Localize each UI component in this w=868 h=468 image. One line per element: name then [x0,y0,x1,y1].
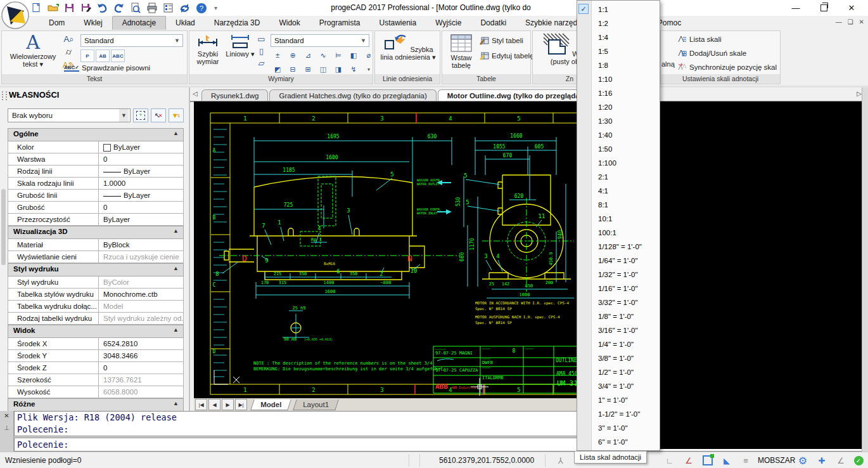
scale-option[interactable]: ✓ 1-1/2" = 1'-0" [577,407,660,421]
coordinates-readout[interactable]: 5610.2379,201.7552,0.0000 [439,456,534,465]
scale-option[interactable]: ✓ 1:10 [577,72,660,86]
scale-option[interactable]: ✓ 3/4" = 1'-0" [577,379,660,393]
dynamic-input-icon[interactable]: ∠ [833,454,849,467]
add-scale-icon[interactable]: ✚ [814,454,830,467]
minimize-button[interactable]: — [782,1,810,14]
select-objects-button[interactable]: ↖✕ [151,108,166,122]
dim-tool-icon[interactable]: ± [271,49,284,62]
section-header[interactable]: Wizualizacja 3D▲ [8,226,184,239]
mdi-restore-icon[interactable]: ❏ [848,18,853,25]
section-header[interactable]: Widok▲ [8,325,184,338]
scale-option[interactable]: ✓ 1:1 [577,3,660,16]
tab-scroll-left-icon[interactable]: ◁ [193,90,198,97]
scale-option[interactable]: ✓ 3/16" = 1'-0" [577,323,660,337]
scale-option[interactable]: ✓ 1:16 [577,86,660,100]
scale-option[interactable]: ✓ 1/64" = 1'-0" [577,254,660,268]
scale-option[interactable]: ✓ 6" = 1'-0" [577,435,660,449]
scale-option[interactable]: ✓ 1:4 [577,30,660,44]
scale-option[interactable]: ✓ 2:1 [577,170,660,184]
property-row[interactable]: Środek X6524.2810 [8,338,184,350]
open-file-icon[interactable] [47,2,59,14]
layout-tab[interactable]: Model [250,400,291,410]
dim-tool-icon[interactable]: ⊕ [286,49,300,62]
document-tab[interactable]: Rysunek1.dwg [201,89,268,101]
property-row[interactable]: Wysokość6058.8000 [8,386,184,398]
binoculars-icon[interactable]: ⌭ [63,46,75,58]
scale-option[interactable]: ✓ 1/4" = 1'-0" [577,337,660,351]
lineweight-icon[interactable]: ≡ [737,454,754,467]
scale-option[interactable]: ✓ 1:20 [577,100,660,114]
layout-tab[interactable]: Layout1 [293,400,338,410]
multiline-text-button[interactable]: A Wielowierzowy tekst ▾ [6,32,60,68]
ribbon-tab[interactable]: Układ [166,16,205,30]
restore-button[interactable] [810,1,838,14]
quick-select-button[interactable]: + [133,108,148,122]
scale-list-button[interactable]: Lista skali [677,35,722,43]
document-tab[interactable]: Gradient Hatches.dwg (tylko do przegląda… [269,89,436,101]
scale-option[interactable]: ✓ 1:5 [577,44,660,58]
mdi-close-icon[interactable]: ✕ [859,18,864,25]
dim-tool-icon[interactable]: ⊿ [301,49,315,62]
ribbon-tab[interactable]: Wklej [74,16,112,30]
scale-option[interactable]: ✓ 3/8" = 1'-0" [577,351,660,365]
mobszar-toggle[interactable]: MOBSZAR [758,456,795,465]
dim-tool-icon[interactable]: ◨ [331,63,345,75]
close-command-icon[interactable]: ✕ [0,412,13,419]
dim-tool-icon[interactable]: ⊨ [331,49,345,62]
ribbon-tab[interactable]: Widok [269,16,309,30]
add-remove-scales-button[interactable]: Dodaj/Usuń skale [677,49,746,57]
axis-tripod-icon[interactable]: ⅄ [552,454,569,467]
dim-continue-icon[interactable]: ▱ [255,57,267,68]
text-arc-icon[interactable]: AB [96,49,110,62]
spell-check-button[interactable]: ABC✓ Sprawdzanie pisowni [64,64,150,72]
property-row[interactable]: Grubość liniiByLayer [8,190,184,202]
undo-icon[interactable] [96,2,108,14]
ribbon-tab[interactable]: Dom [39,16,74,30]
app-logo-icon[interactable] [1,1,29,32]
print-preview-icon[interactable] [129,2,141,14]
dim-tool-icon[interactable]: ◫ [316,63,330,75]
save-as-icon[interactable] [80,2,92,14]
dim-tool-icon[interactable]: ⊟ [286,63,300,75]
scale-option[interactable]: ✓ 1:50 [577,142,660,156]
property-row[interactable]: Rodzaj tabelki wydrukuStyl wydruku zależ… [8,313,184,325]
dim-tool-icon[interactable]: ⊞ [301,63,315,75]
dim-style-combo[interactable]: Standard▼ [271,34,369,47]
sync-scale-positions-button[interactable]: Synchronizuje pozycję skal [677,63,777,71]
property-row[interactable]: Warstwa0 [8,153,184,166]
scale-option[interactable]: ✓ 3" = 1'-0" [577,421,660,435]
ribbon-tab[interactable]: Adnotacje [112,16,166,30]
scale-option[interactable]: ✓ 3/32" = 1'-0" [577,296,660,309]
find-text-icon[interactable]: A⌕ [63,34,75,45]
ribbon-tab[interactable]: Narzędzia 3D [205,16,270,30]
options-icon[interactable] [162,2,174,14]
ribbon-tab[interactable]: Programista [310,16,370,30]
property-row[interactable]: Środek Y3048.3466 [8,350,184,362]
settings-gear-icon[interactable]: ⚙ [795,454,811,467]
dim-tool-icon[interactable]: ↯ [347,63,361,75]
table-style-button[interactable]: Styl tabeli [479,36,523,45]
save-icon[interactable] [63,2,75,14]
selection-combo[interactable]: Brak wyboru▼ [8,108,131,122]
chevron-down-icon[interactable]: ▾ [362,63,376,75]
ribbon-tab[interactable]: Wyjście [426,16,471,30]
next-tab-icon[interactable]: ▶ [222,399,234,410]
section-header[interactable]: Ogólne▲ [8,128,184,141]
ribbon-tab[interactable]: Ustawienia [369,16,426,30]
property-row[interactable]: Tabelka wydruku dołąc...Model [8,301,184,313]
linear-dimension-button[interactable]: Liniowy ▾ [226,34,255,58]
scale-option[interactable]: ✓ 1/8" = 1'-0" [577,309,660,323]
sync-icon[interactable] [179,2,191,14]
property-row[interactable]: PrzezroczystośćByLayer [8,214,184,226]
dim-tool-icon[interactable]: ∿ [316,49,330,62]
drawing-canvas[interactable]: 1234512345ABCD16956301600118572521535035… [194,101,862,398]
dim-tool-icon[interactable]: ⌀ [362,49,376,62]
scale-option[interactable]: ✓ 8:1 [577,198,660,212]
prev-tab-icon[interactable]: ◀ [208,399,220,410]
section-header[interactable]: Styl wydruku▲ [8,263,184,276]
close-button[interactable]: ✕ [838,1,865,14]
quick-leader-button[interactable]: Szybka linia odniesienia ▾ [378,33,438,61]
drawing-area-extension[interactable] [660,398,862,449]
ribbon-tab[interactable]: Dodatki [471,16,516,30]
section-header[interactable]: Różne▲ [8,398,184,411]
